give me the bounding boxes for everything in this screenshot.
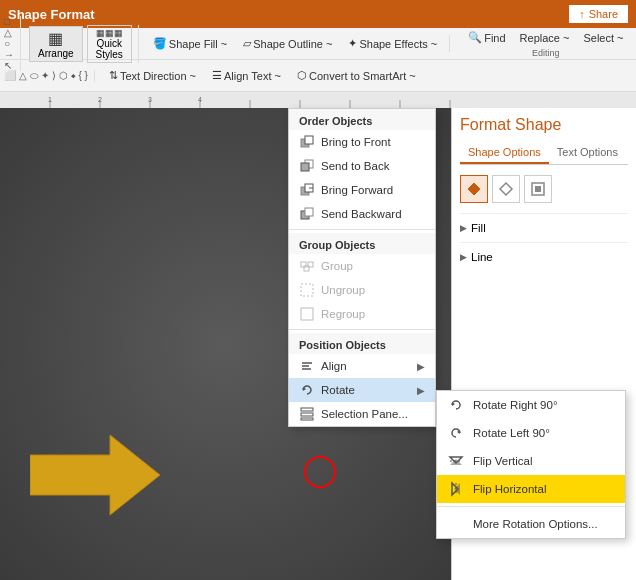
- svg-rect-39: [301, 418, 313, 420]
- svg-text:4: 4: [198, 96, 202, 103]
- convert-smartart-button[interactable]: ⬡ Convert to SmartArt ~: [291, 67, 422, 84]
- send-to-back-label: Send to Back: [321, 160, 389, 172]
- share-button[interactable]: ↑ Share: [569, 5, 628, 23]
- tab-text-options[interactable]: Text Options: [549, 142, 626, 164]
- svg-marker-16: [500, 183, 512, 195]
- panel-icon-buttons: [460, 175, 628, 203]
- fill-icon: 🪣: [153, 37, 167, 50]
- tab-shape-options[interactable]: Shape Options: [460, 142, 549, 164]
- submenu-divider: [437, 506, 625, 507]
- selection-pane-item[interactable]: Selection Pane...: [289, 402, 435, 426]
- shape-outline-button[interactable]: ▱ Shape Outline ~: [237, 35, 338, 52]
- send-to-back-item[interactable]: Send to Back: [289, 154, 435, 178]
- send-backward-item[interactable]: Send Backward: [289, 202, 435, 226]
- flip-horizontal-item[interactable]: Flip Horizontal: [437, 475, 625, 503]
- rotate-right-item[interactable]: Rotate Right 90°: [437, 391, 625, 419]
- svg-rect-0: [0, 92, 636, 108]
- flip-horizontal-label: Flip Horizontal: [473, 483, 547, 495]
- select-button[interactable]: Select ~: [577, 29, 629, 46]
- size-icon-btn[interactable]: [524, 175, 552, 203]
- bring-forward-icon: [299, 182, 315, 198]
- shape-icons-group: □ △ ○ → ↖: [4, 16, 21, 71]
- svg-text:2: 2: [98, 96, 102, 103]
- bring-forward-item[interactable]: Bring Forward: [289, 178, 435, 202]
- svg-marker-14: [30, 435, 160, 515]
- yellow-arrow-shape[interactable]: [30, 430, 160, 520]
- ungroup-icon: [299, 282, 315, 298]
- send-to-back-icon: [299, 158, 315, 174]
- svg-rect-37: [301, 408, 313, 411]
- line-label: Line: [471, 251, 493, 263]
- shape-fill-group: 🪣 Shape Fill ~ ▱ Shape Outline ~ ✦ Shape…: [147, 35, 450, 52]
- shape-fill-button[interactable]: 🪣 Shape Fill ~: [147, 35, 233, 52]
- ribbon-row1: □ △ ○ → ↖ ▦ Arrange ▦▦▦ Quick Styles 🪣 S…: [0, 28, 636, 60]
- find-icon: 🔍: [468, 31, 482, 44]
- position-objects-header: Position Objects: [289, 333, 435, 354]
- shape-icon-grid: ⬜ △ ⬭ ✦ ⟩ ⬡ ⬦ { }: [4, 70, 95, 82]
- editing-icons-row: 🔍 Find Replace ~ Select ~: [462, 29, 629, 46]
- ribbon-row2: ⬜ △ ⬭ ✦ ⟩ ⬡ ⬦ { } ⇅ Text Direction ~ ☰ A…: [0, 60, 636, 92]
- more-rotation-label: More Rotation Options...: [473, 518, 598, 530]
- selection-pane-label: Selection Pane...: [321, 408, 408, 420]
- rotate-item[interactable]: Rotate ▶: [289, 378, 435, 402]
- fill-line-icon-btn[interactable]: [460, 175, 488, 203]
- svg-text:1: 1: [48, 96, 52, 103]
- shape-grid-icons: ⬜ △ ⬭ ✦ ⟩ ⬡ ⬦ { }: [4, 70, 88, 82]
- send-backward-label: Send Backward: [321, 208, 402, 220]
- text-direction-button[interactable]: ⇅ Text Direction ~: [103, 67, 202, 84]
- flip-vertical-item[interactable]: Flip Vertical: [437, 447, 625, 475]
- bring-to-front-icon: [299, 134, 315, 150]
- svg-rect-38: [301, 413, 313, 416]
- regroup-label: Regroup: [321, 308, 365, 320]
- rotate-left-item[interactable]: Rotate Left 90°: [437, 419, 625, 447]
- svg-text:3: 3: [148, 96, 152, 103]
- line-section-header[interactable]: ▶ Line: [460, 249, 628, 265]
- smartart-icon: ⬡: [297, 69, 307, 82]
- align-text-button[interactable]: ☰ Align Text ~: [206, 67, 287, 84]
- line-section: ▶ Line: [460, 242, 628, 271]
- align-item[interactable]: Align ▶: [289, 354, 435, 378]
- divider-1: [289, 229, 435, 230]
- shape-effects-button[interactable]: ✦ Shape Effects ~: [342, 35, 443, 52]
- svg-rect-22: [301, 163, 309, 171]
- quick-styles-button[interactable]: ▦▦▦ Quick Styles: [87, 25, 132, 63]
- bring-forward-label: Bring Forward: [321, 184, 393, 196]
- fill-section-header[interactable]: ▶ Fill: [460, 220, 628, 236]
- rotate-label: Rotate: [321, 384, 355, 396]
- ungroup-item[interactable]: Ungroup: [289, 278, 435, 302]
- svg-marker-15: [468, 183, 480, 195]
- arrange-group: ▦ Arrange ▦▦▦ Quick Styles: [29, 25, 139, 63]
- editing-label: Editing: [532, 48, 560, 58]
- svg-rect-31: [301, 284, 313, 296]
- format-panel-title: Format Shape: [460, 116, 628, 134]
- rotate-submenu: Rotate Right 90° Rotate Left 90° Flip Ve…: [436, 390, 626, 539]
- share-icon: ↑: [579, 8, 585, 20]
- align-text-icon: ☰: [212, 69, 222, 82]
- group-icon: [299, 258, 315, 274]
- ruler-svg: 1 2 3 4: [0, 92, 636, 108]
- find-button[interactable]: 🔍 Find: [462, 29, 511, 46]
- bring-to-front-item[interactable]: Bring to Front: [289, 130, 435, 154]
- fill-chevron: ▶: [460, 223, 467, 233]
- align-icon: [299, 358, 315, 374]
- flip-vertical-icon: [447, 452, 465, 470]
- fill-label: Fill: [471, 222, 486, 234]
- replace-button[interactable]: Replace ~: [514, 29, 576, 46]
- effects-icon-btn[interactable]: [492, 175, 520, 203]
- align-label: Align: [321, 360, 347, 372]
- send-backward-icon: [299, 206, 315, 222]
- svg-rect-27: [305, 208, 313, 216]
- selection-pane-icon: [299, 406, 315, 422]
- arrange-button[interactable]: ▦ Arrange: [29, 26, 83, 62]
- svg-rect-32: [301, 308, 313, 320]
- group-item[interactable]: Group: [289, 254, 435, 278]
- regroup-item[interactable]: Regroup: [289, 302, 435, 326]
- rotate-right-icon: [447, 396, 465, 414]
- group-objects-header: Group Objects: [289, 233, 435, 254]
- svg-marker-46: [454, 483, 460, 495]
- rotate-right-label: Rotate Right 90°: [473, 399, 558, 411]
- more-rotation-item[interactable]: More Rotation Options...: [437, 510, 625, 538]
- rotate-submenu-arrow: ▶: [417, 385, 425, 396]
- ruler: 1 2 3 4: [0, 92, 636, 108]
- more-rotation-icon: [447, 515, 465, 533]
